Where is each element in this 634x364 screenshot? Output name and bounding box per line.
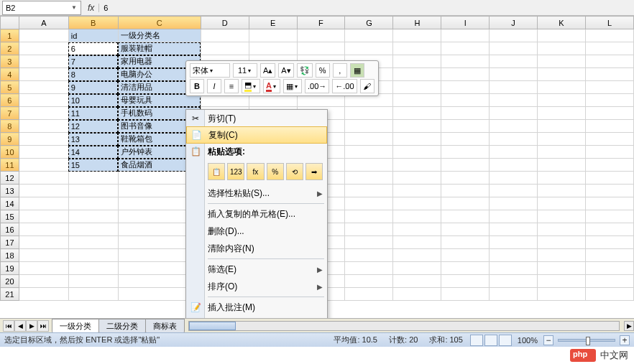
cell-L16[interactable]: [585, 223, 633, 236]
tab-nav-prev[interactable]: ◀: [14, 320, 26, 332]
sheet-tab-1[interactable]: 二级分类: [98, 319, 146, 333]
cell-J18[interactable]: [490, 249, 538, 262]
cell-L5[interactable]: [585, 81, 633, 94]
cell-A9[interactable]: [19, 133, 68, 146]
menu-paste-special[interactable]: 选择性粘贴(S)... ▶: [186, 185, 327, 202]
row-header-20[interactable]: 20: [1, 275, 19, 288]
cell-I11[interactable]: [441, 159, 490, 172]
cell-B8[interactable]: 12: [68, 120, 118, 133]
cell-L2[interactable]: [585, 42, 633, 55]
row-header-11[interactable]: 11: [1, 159, 19, 172]
cell-A15[interactable]: [19, 210, 68, 223]
cell-G2[interactable]: [345, 42, 393, 55]
increase-font-button[interactable]: A▴: [260, 63, 275, 78]
cell-J21[interactable]: [490, 288, 538, 301]
row-header-8[interactable]: 8: [1, 120, 19, 133]
row-header-2[interactable]: 2: [1, 42, 19, 55]
cell-B21[interactable]: [68, 288, 118, 301]
cell-H18[interactable]: [393, 249, 441, 262]
column-header-K[interactable]: K: [538, 17, 586, 29]
row-header-13[interactable]: 13: [1, 185, 19, 197]
cell-K15[interactable]: [538, 210, 586, 223]
percent-button[interactable]: %: [316, 63, 330, 78]
cell-L11[interactable]: [585, 159, 633, 172]
column-header-F[interactable]: F: [297, 17, 345, 29]
paste-option-4[interactable]: ⟲: [286, 163, 303, 180]
cell-J14[interactable]: [490, 197, 538, 210]
cell-K5[interactable]: [538, 81, 586, 94]
cell-K16[interactable]: [538, 223, 586, 236]
cell-B15[interactable]: [68, 210, 118, 223]
cell-A3[interactable]: [19, 55, 68, 68]
comma-button[interactable]: ,: [333, 63, 347, 78]
cell-J7[interactable]: [490, 107, 538, 120]
cell-L15[interactable]: [585, 210, 633, 223]
cell-B17[interactable]: [68, 236, 118, 249]
cell-I17[interactable]: [441, 236, 490, 249]
horizontal-scrollbar[interactable]: [188, 321, 620, 331]
column-header-C[interactable]: C: [118, 17, 201, 29]
row-header-4[interactable]: 4: [1, 68, 19, 81]
cell-H17[interactable]: [393, 236, 441, 249]
align-center-button[interactable]: ≡: [224, 79, 239, 93]
formula-input[interactable]: 6: [98, 4, 127, 12]
cell-H14[interactable]: [393, 197, 441, 210]
cell-B20[interactable]: [68, 275, 118, 288]
view-normal-button[interactable]: [470, 335, 483, 346]
cell-B11[interactable]: 15: [68, 159, 118, 172]
cell-G1[interactable]: [345, 29, 393, 42]
column-header-I[interactable]: I: [441, 17, 490, 29]
cell-L18[interactable]: [585, 249, 633, 262]
cell-K13[interactable]: [538, 185, 586, 197]
cell-J8[interactable]: [490, 120, 538, 133]
cell-B9[interactable]: 13: [68, 133, 118, 146]
cell-I3[interactable]: [441, 55, 490, 68]
row-header-17[interactable]: 17: [1, 236, 19, 249]
column-header-L[interactable]: L: [585, 17, 633, 29]
cell-H4[interactable]: [393, 68, 441, 81]
cell-K11[interactable]: [538, 159, 586, 172]
column-header-H[interactable]: H: [393, 17, 441, 29]
cell-H10[interactable]: [393, 146, 441, 159]
row-header-7[interactable]: 7: [1, 107, 19, 120]
row-header-5[interactable]: 5: [1, 81, 19, 94]
cell-I7[interactable]: [441, 107, 490, 120]
cell-C2[interactable]: 服装鞋帽: [118, 42, 201, 55]
cell-I2[interactable]: [441, 42, 490, 55]
font-size-select[interactable]: 11▾: [233, 63, 257, 78]
fx-icon[interactable]: fx: [88, 3, 94, 13]
cell-J19[interactable]: [490, 262, 538, 275]
sheet-tab-2[interactable]: 商标表: [145, 319, 185, 333]
cell-I20[interactable]: [441, 275, 490, 288]
cell-A11[interactable]: [19, 159, 68, 172]
cell-H7[interactable]: [393, 107, 441, 120]
cell-H12[interactable]: [393, 172, 441, 185]
cell-J9[interactable]: [490, 133, 538, 146]
cell-J12[interactable]: [490, 172, 538, 185]
cell-A6[interactable]: [19, 94, 68, 107]
cell-B5[interactable]: 9: [68, 81, 118, 94]
paste-option-3[interactable]: %: [267, 163, 284, 180]
cell-K9[interactable]: [538, 133, 586, 146]
cell-B18[interactable]: [68, 249, 118, 262]
cell-H11[interactable]: [393, 159, 441, 172]
cell-I9[interactable]: [441, 133, 490, 146]
cell-L10[interactable]: [585, 146, 633, 159]
column-header-J[interactable]: J: [490, 17, 538, 29]
tab-nav-next[interactable]: ▶: [26, 320, 37, 332]
cell-L1[interactable]: [585, 29, 633, 42]
cell-H6[interactable]: [393, 94, 441, 107]
row-header-18[interactable]: 18: [1, 249, 19, 262]
increase-decimal-button[interactable]: .00→: [305, 79, 329, 93]
cell-I18[interactable]: [441, 249, 490, 262]
cell-J1[interactable]: [490, 29, 538, 42]
column-header-A[interactable]: A: [19, 17, 68, 29]
cell-J6[interactable]: [490, 94, 538, 107]
cell-L13[interactable]: [585, 185, 633, 197]
cell-A10[interactable]: [19, 146, 68, 159]
cell-K4[interactable]: [538, 68, 586, 81]
name-box-dropdown-icon[interactable]: ▼: [70, 4, 78, 11]
cell-I6[interactable]: [441, 94, 490, 107]
cell-F1[interactable]: [297, 29, 345, 42]
cell-K2[interactable]: [538, 42, 586, 55]
